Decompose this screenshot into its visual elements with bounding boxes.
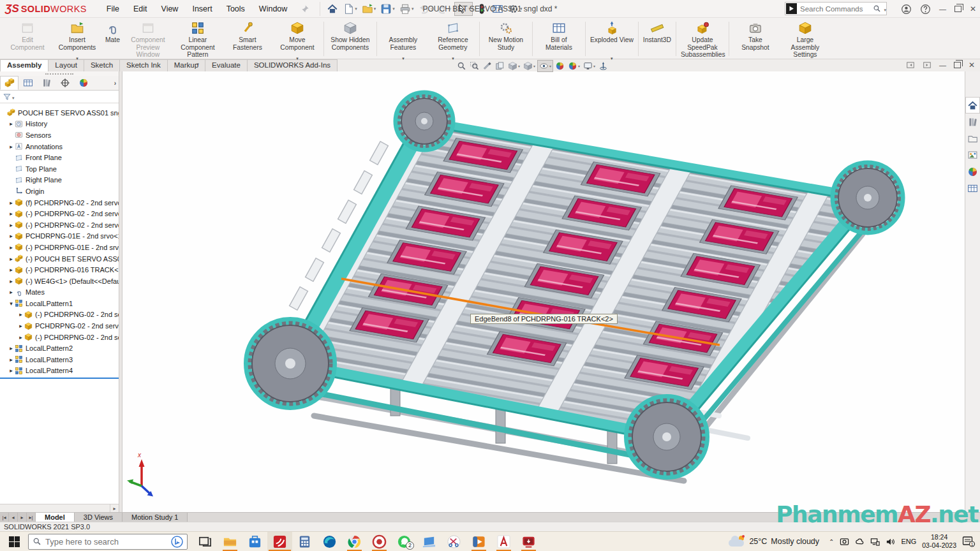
microsoft-store-button[interactable] xyxy=(242,532,267,551)
scroll-last-tab-icon[interactable]: ▸| xyxy=(27,513,36,522)
tree-item-component[interactable]: (-) PCHDRPNG-02 - 2nd servo xyxy=(0,309,119,321)
hide-show-items-icon[interactable] xyxy=(537,60,553,72)
ribbon-update-speedpak[interactable]: Update SpeedPak Subassemblies xyxy=(678,19,727,59)
tab-layout[interactable]: Layout xyxy=(48,59,84,71)
taskbar-search-box[interactable] xyxy=(28,534,188,550)
panel-drag-grip[interactable] xyxy=(0,71,119,76)
ribbon-new-motion-study[interactable]: New Motion Study xyxy=(481,19,531,59)
tree-item-local-pattern1[interactable]: LocalLPattern1 xyxy=(0,298,119,309)
graphics-viewport[interactable]: EdgeBend8 of PCHDRPNG-016 TRACK<2> x xyxy=(122,71,965,512)
chevron-down-icon[interactable] xyxy=(197,59,199,64)
account-icon[interactable] xyxy=(901,4,912,15)
new-document-button[interactable] xyxy=(341,2,359,16)
tree-item-annotations[interactable]: Annotations xyxy=(0,141,119,152)
tree-item-origin[interactable]: Origin xyxy=(0,186,119,197)
tab-property-manager[interactable] xyxy=(19,76,37,90)
tab-solidworks-addins[interactable]: SOLIDWORKS Add-Ins xyxy=(247,59,338,71)
tab-motion-study-1[interactable]: Motion Study 1 xyxy=(122,513,188,522)
language-indicator[interactable]: ENG xyxy=(901,538,916,545)
menu-view[interactable]: View xyxy=(154,1,186,17)
tree-item-component[interactable]: (-) PCHDRPNG-016 TRACK<1> (De xyxy=(0,264,119,276)
pin-menu-icon[interactable] xyxy=(301,4,309,13)
notification-center-button[interactable]: 1 xyxy=(962,536,975,547)
scroll-prev-tab-icon[interactable]: ◂ xyxy=(9,513,18,522)
display-style-icon[interactable] xyxy=(522,60,537,72)
file-explorer-button[interactable] xyxy=(218,532,242,551)
ribbon-large-assembly-settings[interactable]: Large Assembly Settings xyxy=(780,19,830,59)
collapse-pane-right-icon[interactable] xyxy=(923,61,932,70)
autocad-button[interactable] xyxy=(491,532,516,551)
ribbon-instant3d[interactable]: Instant3D xyxy=(640,19,674,59)
menu-file[interactable]: File xyxy=(100,1,126,17)
conveyor-assembly-3d-model[interactable] xyxy=(122,71,965,512)
tree-item-front-plane[interactable]: Front Plane xyxy=(0,152,119,163)
tree-item-local-pattern3[interactable]: LocalLPattern3 xyxy=(0,354,119,365)
tray-expand-chevron-icon[interactable]: ⌃ xyxy=(829,538,834,545)
tree-root[interactable]: POUCH BET SERVO ASS01 sngl dxd (D xyxy=(0,107,119,119)
tab-feature-tree[interactable] xyxy=(0,76,19,90)
menu-edit[interactable]: Edit xyxy=(126,1,154,17)
tree-item-component[interactable]: (-) PCHDRPNG-01E - 2nd srvo<2> xyxy=(0,242,119,253)
chevron-down-icon[interactable] xyxy=(611,53,613,58)
whatsapp-button[interactable]: 2 xyxy=(392,532,417,551)
custom-properties-icon[interactable] xyxy=(965,180,980,196)
solidworks-taskbar-button[interactable] xyxy=(267,532,292,551)
chevron-down-icon[interactable] xyxy=(452,53,454,58)
ribbon-take-snapshot[interactable]: Take Snapshot xyxy=(731,19,780,59)
tree-item-subassembly[interactable]: (-) POUCH BET SERVO ASS01WR sr xyxy=(0,253,119,265)
help-icon[interactable] xyxy=(920,4,931,15)
search-commands-input[interactable] xyxy=(798,5,873,13)
command-search-box[interactable] xyxy=(785,2,887,15)
section-view-icon[interactable] xyxy=(481,60,493,72)
scroll-right-icon[interactable] xyxy=(110,504,119,512)
ribbon-linear-component-pattern[interactable]: Linear Component Pattern xyxy=(173,19,223,59)
print-button[interactable] xyxy=(398,2,415,16)
tree-item-sensors[interactable]: Sensors xyxy=(0,129,119,141)
filter-icon[interactable] xyxy=(3,92,11,101)
view-orientation-icon[interactable] xyxy=(507,60,521,72)
chevron-down-icon[interactable] xyxy=(296,53,299,58)
tree-item-component[interactable]: (f) PCHDRPNG-02 - 2nd servo d<1 xyxy=(0,197,119,209)
chevron-down-icon[interactable] xyxy=(402,53,405,58)
menu-insert[interactable]: Insert xyxy=(185,1,219,17)
snipping-tool-button[interactable] xyxy=(442,532,466,551)
network-tray-icon[interactable] xyxy=(870,537,880,547)
apply-scene-icon[interactable] xyxy=(567,60,581,72)
view-settings-icon[interactable] xyxy=(582,60,597,72)
chrome-button[interactable] xyxy=(342,532,367,551)
open-button[interactable] xyxy=(360,2,378,16)
ribbon-assembly-features[interactable]: Assembly Features xyxy=(378,19,428,59)
recorder-tray-icon[interactable] xyxy=(840,537,849,547)
menu-window[interactable]: Window xyxy=(252,1,294,17)
tab-display-manager[interactable] xyxy=(74,76,93,90)
appearances-icon[interactable] xyxy=(965,163,980,180)
ribbon-show-hidden-components[interactable]: Show Hidden Components xyxy=(325,19,375,59)
tree-item-component[interactable]: (-) WE4G<1> (Default<<Default>_ xyxy=(0,276,119,287)
collapse-pane-left-icon[interactable] xyxy=(906,61,915,70)
tree-item-component[interactable]: (-) PCHDRPNG-02 - 2nd servo xyxy=(0,332,119,343)
tree-item-mates[interactable]: Mates xyxy=(0,287,119,298)
search-icon[interactable] xyxy=(873,4,881,13)
screen-cast-button[interactable] xyxy=(417,532,442,551)
taskbar-search-input[interactable] xyxy=(45,537,167,547)
tree-item-component[interactable]: (-) PCHDRPNG-02 - 2nd servo<2> xyxy=(0,219,119,231)
ribbon-exploded-view[interactable]: Exploded View xyxy=(587,19,637,59)
onedrive-tray-icon[interactable] xyxy=(855,537,865,547)
edit-appearance-icon[interactable] xyxy=(554,60,566,72)
file-explorer-icon[interactable] xyxy=(965,130,980,147)
panel-expand-chevron-icon[interactable] xyxy=(112,76,119,90)
start-button[interactable] xyxy=(0,532,28,551)
zoom-to-fit-icon[interactable] xyxy=(456,60,468,72)
tab-dimxpert[interactable] xyxy=(56,76,74,90)
tab-3d-views[interactable]: 3D Views xyxy=(75,513,122,522)
menu-tools[interactable]: Tools xyxy=(219,1,252,17)
tree-item-local-pattern4[interactable]: LocalLPattern4 xyxy=(0,365,119,377)
dynamic-annotation-icon[interactable] xyxy=(494,60,506,72)
zoom-to-area-icon[interactable] xyxy=(468,60,480,72)
tab-sketch[interactable]: Sketch xyxy=(84,59,120,71)
panel-horizontal-scrollbar[interactable] xyxy=(0,504,119,512)
scroll-next-tab-icon[interactable]: ▸ xyxy=(18,513,27,522)
tree-item-local-pattern2[interactable]: LocalLPattern2 xyxy=(0,342,119,354)
ribbon-mate[interactable]: Mate xyxy=(102,19,123,59)
video-player-button[interactable] xyxy=(466,532,491,551)
